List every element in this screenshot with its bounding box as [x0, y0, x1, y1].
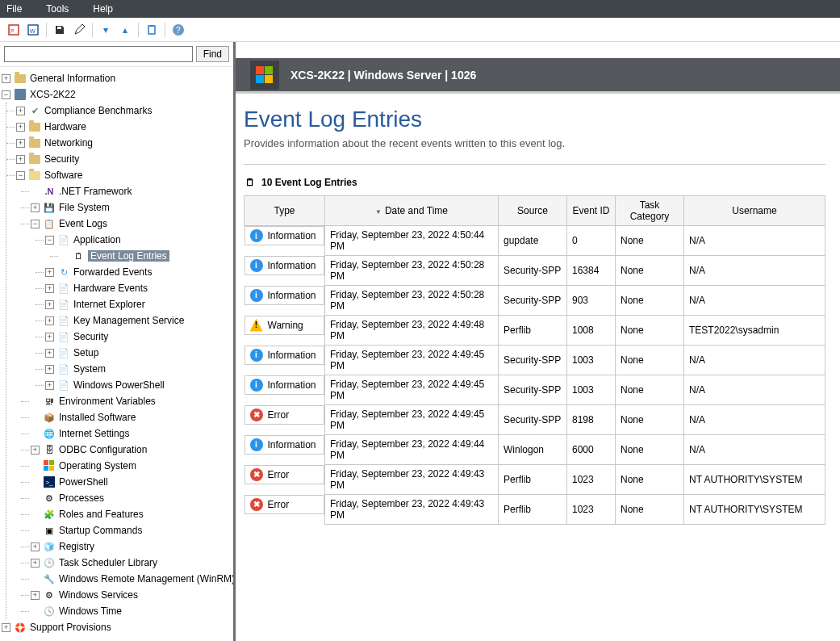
tree-registry[interactable]: +🧊Registry: [31, 538, 232, 555]
search-input[interactable]: [4, 46, 193, 62]
cell-username: NT AUTHORITY\SYSTEM: [684, 465, 825, 495]
cell-datetime: Friday, September 23, 2022 4:49:43 PM: [325, 495, 499, 525]
powershell-icon: >_: [43, 476, 56, 488]
tree-env-vars[interactable]: 🖳Environment Variables: [31, 393, 232, 409]
tree-processes[interactable]: ⚙Processes: [31, 490, 232, 506]
cell-type: iInformation: [244, 256, 325, 275]
find-button[interactable]: Find: [196, 46, 229, 62]
tree-win-time[interactable]: 🕓Windows Time: [31, 603, 232, 619]
cell-datetime: Friday, September 23, 2022 4:50:28 PM: [325, 286, 499, 316]
cell-type: ✖Error: [244, 495, 325, 514]
info-icon: i: [250, 229, 263, 242]
table-row[interactable]: iInformationFriday, September 23, 2022 4…: [244, 256, 825, 286]
col-event-id[interactable]: Event ID: [567, 196, 616, 226]
edit-icon[interactable]: [70, 21, 88, 39]
entries-icon: 🗒: [72, 249, 85, 262]
tree-powershell[interactable]: >_PowerShell: [31, 474, 232, 490]
tree-compliance[interactable]: +✔Compliance Benchmarks: [16, 103, 232, 119]
svg-rect-4: [57, 27, 61, 29]
cell-datetime: Friday, September 23, 2022 4:49:44 PM: [325, 435, 499, 465]
tree-hardware-events[interactable]: +📄Hardware Events: [45, 280, 232, 296]
svg-rect-11: [44, 466, 48, 471]
cell-task-category: None: [616, 405, 684, 435]
cell-source: Perflib: [499, 316, 567, 346]
tree-odbc[interactable]: +🗄ODBC Configuration: [31, 442, 232, 458]
cell-datetime: Friday, September 23, 2022 4:50:28 PM: [325, 256, 499, 286]
col-username[interactable]: Username: [684, 196, 825, 226]
clipboard-icon[interactable]: [143, 21, 161, 39]
tree-event-log-entries[interactable]: 🗒Event Log Entries: [60, 248, 232, 264]
svg-rect-9: [44, 460, 48, 465]
table-row[interactable]: iInformationFriday, September 23, 2022 4…: [244, 286, 825, 316]
tree-general-information[interactable]: +General Information: [2, 70, 232, 86]
tree-win-ps[interactable]: +📄Windows PowerShell: [45, 377, 232, 393]
tree-kms[interactable]: +📄Key Management Service: [45, 312, 232, 329]
page-title: Event Log Entries: [244, 107, 825, 132]
tree-application[interactable]: −📄Application: [45, 232, 232, 248]
col-source[interactable]: Source: [499, 196, 567, 226]
tree-system[interactable]: +📄System: [45, 361, 232, 377]
save-icon[interactable]: [51, 21, 69, 39]
table-row[interactable]: !WarningFriday, September 23, 2022 4:49:…: [244, 316, 825, 346]
chevron-down-icon[interactable]: ▾: [97, 21, 115, 39]
tree-startup[interactable]: ▣Startup Commands: [31, 522, 232, 538]
cell-type: iInformation: [244, 226, 325, 245]
tree-os[interactable]: Operating System: [31, 458, 232, 474]
toolbar-separator: [92, 23, 93, 37]
log-icon: 📄: [57, 379, 70, 392]
tree-security[interactable]: +Security: [16, 151, 232, 167]
tree-ie[interactable]: +📄Internet Explorer: [45, 296, 232, 312]
installer-icon: 📦: [43, 411, 56, 424]
page-header: XCS-2K22 | Windows Server | 1026: [236, 58, 840, 94]
table-row[interactable]: iInformationFriday, September 23, 2022 4…: [244, 375, 825, 405]
cell-username: N/A: [684, 286, 825, 316]
col-task-cat[interactable]: Task Category: [616, 196, 684, 226]
tree-forwarded-events[interactable]: +↻Forwarded Events: [45, 264, 232, 280]
chevron-up-icon[interactable]: ▴: [116, 21, 134, 39]
menu-tools[interactable]: Tools: [46, 3, 69, 15]
tree-file-system[interactable]: +💾File System: [31, 199, 232, 216]
cell-event-id: 1003: [567, 375, 616, 405]
menu-help[interactable]: Help: [93, 3, 113, 15]
help-icon[interactable]: ?: [169, 21, 187, 39]
col-type[interactable]: Type: [244, 196, 325, 226]
table-row[interactable]: iInformationFriday, September 23, 2022 4…: [244, 346, 825, 375]
col-datetime[interactable]: ▼Date and Time: [325, 196, 499, 226]
tree-internet-settings[interactable]: 🌐Internet Settings: [31, 425, 232, 442]
cell-source: Security-SPP: [499, 375, 567, 405]
cell-username: N/A: [684, 346, 825, 375]
tree-setup[interactable]: +📄Setup: [45, 345, 232, 361]
event-table: Type ▼Date and Time Source Event ID Task…: [244, 195, 825, 525]
word-export-icon[interactable]: W: [24, 21, 42, 39]
table-row[interactable]: ✖ErrorFriday, September 23, 2022 4:49:43…: [244, 495, 825, 525]
table-row[interactable]: iInformationFriday, September 23, 2022 4…: [244, 435, 825, 465]
svg-rect-15: [256, 75, 264, 83]
cell-datetime: Friday, September 23, 2022 4:49:45 PM: [325, 405, 499, 435]
db-icon: 🗄: [43, 443, 56, 456]
disk-icon: 💾: [43, 201, 56, 214]
tree-server[interactable]: −XCS-2K22: [2, 86, 232, 103]
divider: [244, 164, 825, 165]
tree-net-framework[interactable]: .N.NET Framework: [31, 183, 232, 199]
table-row[interactable]: ✖ErrorFriday, September 23, 2022 4:49:45…: [244, 405, 825, 435]
tree-software[interactable]: −Software: [16, 167, 232, 183]
tree-networking[interactable]: +Networking: [16, 135, 232, 151]
cell-username: TEST2022\sysadmin: [684, 316, 825, 346]
cell-datetime: Friday, September 23, 2022 4:50:44 PM: [325, 226, 499, 256]
cell-type: iInformation: [244, 346, 325, 365]
menu-file[interactable]: File: [6, 3, 22, 15]
tree-task-scheduler[interactable]: +🕒Task Scheduler Library: [31, 555, 232, 571]
pdf-export-icon[interactable]: P: [5, 21, 23, 39]
table-row[interactable]: ✖ErrorFriday, September 23, 2022 4:49:43…: [244, 465, 825, 495]
table-row[interactable]: iInformationFriday, September 23, 2022 4…: [244, 226, 825, 256]
feature-icon: 🧩: [43, 508, 56, 521]
tree-win-services[interactable]: +⚙Windows Services: [31, 587, 232, 603]
tree-winrm[interactable]: 🔧Windows Remote Management (WinRM): [31, 571, 232, 587]
tree-event-logs[interactable]: −📋Event Logs: [31, 216, 232, 232]
tree-roles[interactable]: 🧩Roles and Features: [31, 506, 232, 522]
tree-hardware[interactable]: +Hardware: [16, 119, 232, 135]
tree-support[interactable]: +🛟Support Provisions: [2, 619, 232, 635]
tree-ev-security[interactable]: +📄Security: [45, 329, 232, 345]
cell-event-id: 6000: [567, 435, 616, 465]
tree-installed-sw[interactable]: 📦Installed Software: [31, 409, 232, 425]
